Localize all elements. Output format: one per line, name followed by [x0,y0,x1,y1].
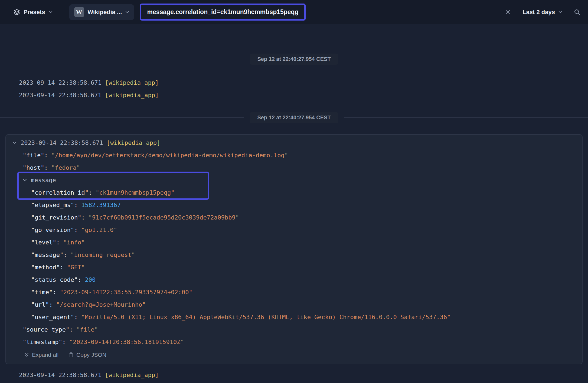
field-key: "url": [31,301,53,308]
json-field-row: "go_version":"go1.21.0" [12,224,577,236]
json-field-row: "url":"/search?q=Jose+Mourinho" [12,298,577,311]
source-label: Wikipedia ... [88,9,122,16]
search-icon[interactable] [574,9,580,15]
field-value: "incoming request" [70,251,135,258]
copy-json-label: Copy JSON [76,352,106,358]
json-field-row: "method":"GET" [12,261,577,273]
field-value: 1582.391367 [81,202,121,208]
expand-all-label: Expand all [32,352,58,358]
json-field-row: "level":"info" [12,236,577,248]
json-field-row: "time":"2023-09-14T22:38:55.293357974+02… [12,286,577,298]
divider-line [0,59,244,59]
layers-icon [14,9,20,15]
field-value: "2023-09-14T22:38:55.293357974+02:00" [60,289,192,296]
field-value: "go1.21.0" [81,227,117,233]
field-value: "info" [63,239,85,246]
expanded-log-card: 2023-09-14 22:38:58.671 [wikipedia_app] … [5,134,583,364]
time-range-dropdown[interactable]: Last 2 days [522,9,562,16]
json-field-row: "host":"fedora" [12,161,577,174]
clear-search-button[interactable] [505,9,511,15]
field-value: 200 [85,276,96,283]
field-key: "user_agent": [31,314,78,320]
chevron-down-icon [49,11,53,13]
time-marker-pill: Sep 12 at 22:40:27.954 CEST [250,54,338,65]
chevron-down-icon [12,141,21,144]
json-field-row: "git_revision":"91c7cf60b0913f5ecade95d2… [12,211,577,224]
wikipedia-icon: W [74,7,84,17]
json-field-row: "timestamp":"2023-09-14T20:38:56.1819159… [12,336,577,348]
time-marker-pill: Sep 12 at 22:40:27.954 CEST [250,112,338,123]
search-query-text: message.correlation_id=ck1mun9hcmmbsp15p… [147,8,298,16]
chevron-down-icon [125,11,129,13]
field-value: "ck1mun9hcmmbsp15peqg" [96,189,174,196]
field-key: "time": [31,289,56,296]
json-fields: "file":"/home/ayo/dev/betterstack/demo/w… [12,149,577,348]
card-footer: Expand all Copy JSON [12,349,577,361]
log-app-tag: [wikipedia_app] [107,139,161,146]
field-value: "/search?q=Jose+Mourinho" [56,301,146,308]
time-divider: Sep 12 at 22:40:27.954 CEST [0,112,588,123]
chevron-down-icon [558,11,562,13]
field-key: "level": [31,239,60,246]
field-key: "source_type": [23,326,73,333]
divider-line [344,59,588,59]
field-key: "method": [31,264,63,271]
divider-line [0,117,244,118]
log-line[interactable]: 2023-09-14 22:38:58.671 [wikipedia_app] [0,89,588,101]
field-key: "status_code": [31,276,81,283]
log-list: Sep 12 at 22:40:27.954 CEST 2023-09-14 2… [0,54,588,381]
topbar: Presets W Wikipedia ... message.correlat… [0,0,588,24]
json-group-row[interactable]: message [12,174,577,186]
log-app-tag: [wikipedia_app] [105,79,159,86]
time-range-label: Last 2 days [522,9,555,16]
field-key: "go_version": [31,227,78,233]
json-field-row: "user_agent":"Mozilla/5.0 (X11; Linux x8… [12,311,577,323]
log-line[interactable]: 2023-09-14 22:38:58.671 [wikipedia_app] [0,369,588,381]
log-timestamp: 2023-09-14 22:38:58.671 [19,79,102,86]
presets-label: Presets [24,9,45,16]
field-value: "/home/ayo/dev/betterstack/demo/wikipedi… [51,152,288,159]
json-field-row: "correlation_id":"ck1mun9hcmmbsp15peqg" [12,186,577,199]
json-field-row: "elapsed_ms":1582.391367 [12,199,577,211]
json-field-row: "status_code":200 [12,273,577,286]
presets-dropdown[interactable]: Presets [14,9,53,16]
divider-line [344,117,588,118]
expanded-log-header[interactable]: 2023-09-14 22:38:58.671 [wikipedia_app] [12,136,577,149]
source-dropdown[interactable]: W Wikipedia ... [69,4,134,20]
field-value: "fedora" [51,164,80,171]
field-key: "elapsed_ms": [31,202,78,208]
chevron-down-icon [23,179,31,181]
field-key: "message": [31,251,67,258]
log-timestamp: 2023-09-14 22:38:58.671 [19,372,102,378]
log-timestamp: 2023-09-14 22:38:58.671 [21,139,103,146]
clipboard-icon [68,352,74,358]
group-key: message [31,177,56,184]
expand-all-button[interactable]: Expand all [24,352,58,358]
field-value: "Mozilla/5.0 (X11; Linux x86_64) AppleWe… [81,314,450,320]
double-chevron-down-icon [24,352,29,358]
log-timestamp: 2023-09-14 22:38:58.671 [19,92,102,99]
json-field-row: "message":"incoming request" [12,248,577,261]
json-field-row: "source_type":"file" [12,323,577,336]
log-app-tag: [wikipedia_app] [105,92,159,99]
field-key: "git_revision": [31,214,85,221]
field-key: "timestamp": [23,339,66,345]
field-key: "correlation_id": [31,189,92,196]
log-line[interactable]: 2023-09-14 22:38:58.671 [wikipedia_app] [0,76,588,89]
field-key: "file": [23,152,48,159]
json-field-row: "file":"/home/ayo/dev/betterstack/demo/w… [12,149,577,161]
time-divider: Sep 12 at 22:40:27.954 CEST [0,54,588,64]
field-value: "91c7cf60b0913f5ecade95d20c3039de72a09bb… [89,214,239,221]
field-value: "2023-09-14T20:38:56.181915910Z" [69,339,184,345]
field-value: "file" [76,326,98,333]
field-value: "GET" [67,264,85,271]
search-input[interactable]: message.correlation_id=ck1mun9hcmmbsp15p… [140,4,305,21]
log-app-tag: [wikipedia_app] [105,372,159,378]
copy-json-button[interactable]: Copy JSON [68,352,106,358]
field-key: "host": [23,164,48,171]
